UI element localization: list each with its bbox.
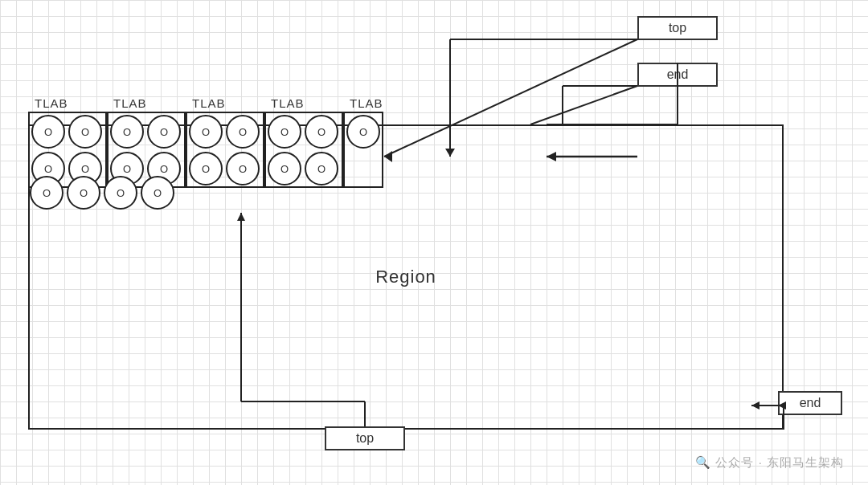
circle-obj: O: [305, 152, 338, 185]
tlab-group-5: TLAB O: [343, 96, 383, 188]
end-annotation-1: end: [637, 63, 718, 87]
circle-obj: O: [268, 152, 301, 185]
circle-obj: O: [68, 115, 102, 149]
circle-obj: O: [226, 115, 260, 149]
circle-obj: O: [147, 115, 181, 149]
circle-obj: O: [226, 152, 260, 185]
tlab-label-1: TLAB: [28, 96, 107, 110]
watermark: 🔍 公众号 · 东阳马生架构: [695, 455, 844, 471]
tlab-group-3: TLAB O O O O: [186, 96, 264, 188]
circle-obj: O: [268, 115, 301, 149]
circle-obj: O: [67, 176, 100, 210]
circle-obj: O: [305, 115, 338, 149]
end-annotation-2: end: [778, 391, 842, 415]
top-annotation-1: top: [637, 16, 718, 40]
diagram-container: Region TLAB O O O O TLAB O O O O TLAB O …: [0, 0, 868, 485]
circle-obj: O: [141, 176, 174, 210]
circle-obj: O: [110, 115, 144, 149]
circle-obj: O: [189, 152, 223, 185]
tlab-label-5: TLAB: [343, 96, 383, 110]
circle-obj: O: [30, 176, 63, 210]
tlab-box-5: O: [343, 112, 383, 188]
circle-obj: O: [346, 115, 380, 149]
circle-obj: O: [189, 115, 223, 149]
svg-line-2: [530, 86, 637, 124]
circle-obj: O: [31, 115, 65, 149]
tlab-box-4: O O O O: [264, 112, 343, 188]
tlab-group-4: TLAB O O O O: [264, 96, 343, 188]
row2-tlab: O O O O: [28, 174, 189, 211]
tlab-label-2: TLAB: [107, 96, 186, 110]
top-annotation-2: top: [325, 426, 405, 450]
tlab-label-3: TLAB: [186, 96, 264, 110]
tlab-box-3: O O O O: [186, 112, 264, 188]
circle-obj: O: [104, 176, 137, 210]
tlab-label-4: TLAB: [264, 96, 343, 110]
